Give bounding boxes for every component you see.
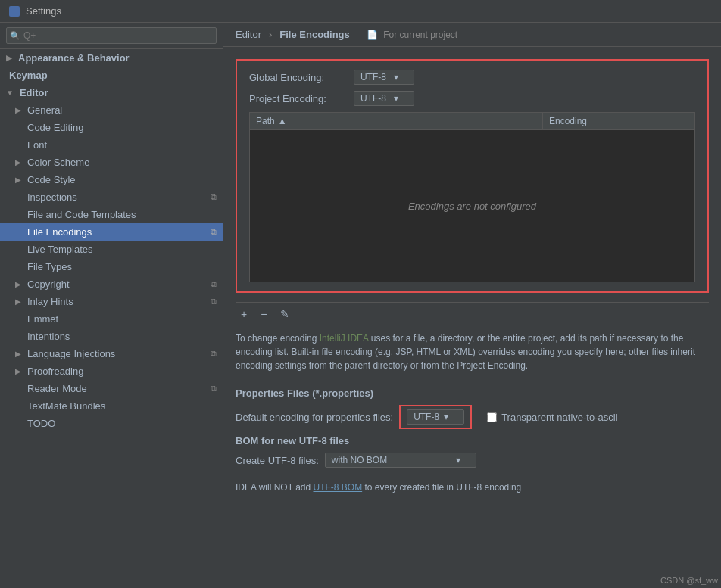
table-header: Path ▲ Encoding (250, 113, 694, 130)
sidebar-item-intentions[interactable]: Intentions (0, 328, 223, 345)
sidebar-item-code-style[interactable]: ▶ Code Style (0, 171, 223, 188)
sidebar-item-copyright[interactable]: ▶ Copyright ⧉ (0, 275, 223, 293)
breadcrumb-current: File Encodings (279, 29, 349, 40)
sidebar-item-live-templates[interactable]: Live Templates (0, 241, 223, 258)
sort-asc-icon: ▲ (278, 116, 287, 126)
sidebar-item-proofreading[interactable]: ▶ Proofreading (0, 362, 223, 380)
global-encoding-dropdown-wrapper: UTF-8 ▾ (354, 70, 414, 85)
sidebar-item-editor[interactable]: ▼ Editor (0, 84, 223, 101)
project-encoding-label: Project Encoding: (249, 93, 348, 104)
global-encoding-dropdown[interactable]: UTF-8 ▾ (354, 70, 414, 85)
chevron-down-icon: ▼ (6, 89, 14, 97)
sidebar-item-emmet[interactable]: Emmet (0, 310, 223, 328)
properties-section: Properties Files (*.properties) Default … (236, 387, 709, 429)
utf8-bom-link[interactable]: UTF-8 BOM (313, 482, 362, 493)
dropdown-arrow-icon: ▾ (394, 72, 398, 82)
sidebar-item-color-scheme[interactable]: ▶ Color Scheme (0, 154, 223, 171)
sidebar-item-label: File Types (27, 261, 217, 272)
default-encoding-label: Default encoding for properties files: (236, 412, 393, 423)
col-encoding-header: Encoding (543, 113, 694, 129)
default-encoding-row: Default encoding for properties files: U… (236, 405, 709, 429)
panel-header: Editor › File Encodings 📄 For current pr… (223, 23, 721, 47)
sidebar-item-label: Keymap (9, 70, 217, 81)
edit-button[interactable]: ✎ (275, 306, 295, 322)
sidebar-item-language-injections[interactable]: ▶ Language Injections ⧉ (0, 345, 223, 362)
sidebar-item-todo[interactable]: TODO (0, 415, 223, 432)
title-bar: Settings (0, 0, 721, 23)
chevron-right-icon: ▶ (15, 176, 21, 184)
sidebar-item-file-encodings[interactable]: File Encodings ⧉ (0, 223, 223, 241)
sidebar-item-label: Font (27, 139, 217, 151)
sidebar-item-label: Language Injections (27, 348, 115, 359)
project-encoding-row: Project Encoding: UTF-8 ▾ (249, 91, 695, 106)
sidebar-item-file-types[interactable]: File Types (0, 258, 223, 275)
encodings-table-wrapper: Path ▲ Encoding Encodings are not config… (249, 112, 695, 282)
info-text: To change encoding IntelliJ IDEA uses fo… (236, 325, 709, 378)
copy-icon: ⧉ (211, 227, 217, 237)
encoding-section: Global Encoding: UTF-8 ▾ Project Encodin… (236, 59, 709, 293)
intellij-highlight: IntelliJ IDEA (320, 333, 369, 344)
sidebar-item-label: File and Code Templates (27, 209, 217, 220)
panel-body: Global Encoding: UTF-8 ▾ Project Encodin… (223, 47, 721, 588)
sidebar-item-label: Reader Mode (27, 383, 211, 394)
properties-encoding-dropdown[interactable]: UTF-8 ▾ (407, 409, 464, 425)
create-utf8-row: Create UTF-8 files: with NO BOM ▾ (236, 453, 709, 468)
sidebar-item-label: Copyright (27, 278, 70, 290)
sidebar-item-label: Color Scheme (27, 157, 89, 168)
copy-icon: ⧉ (211, 192, 217, 202)
window-title: Settings (26, 5, 61, 17)
properties-title: Properties Files (*.properties) (236, 387, 709, 399)
sidebar-item-label: Live Templates (27, 244, 217, 255)
project-encoding-dropdown[interactable]: UTF-8 ▾ (354, 91, 414, 106)
transparent-label: Transparent native-to-ascii (501, 412, 617, 423)
sidebar-item-appearance[interactable]: ▶ Appearance & Behavior (0, 49, 223, 67)
add-button[interactable]: + (236, 306, 252, 322)
sidebar-item-label: Code Style (27, 174, 76, 185)
sidebar-item-label: Appearance & Behavior (18, 52, 130, 64)
sidebar-item-general[interactable]: ▶ General (0, 101, 223, 119)
document-icon: 📄 (367, 30, 378, 40)
remove-button[interactable]: − (255, 306, 272, 322)
sidebar-item-label: Intentions (27, 331, 217, 342)
copy-icon: ⧉ (211, 384, 217, 394)
watermark: CSDN @sf_ww (660, 576, 718, 585)
search-wrapper: 🔍 (6, 27, 217, 44)
sidebar-item-inlay-hints[interactable]: ▶ Inlay Hints ⧉ (0, 293, 223, 310)
copy-icon: ⧉ (211, 279, 217, 289)
chevron-right-icon: ▶ (15, 106, 21, 114)
chevron-right-icon: ▶ (15, 297, 21, 306)
sidebar-item-code-editing[interactable]: Code Editing (0, 119, 223, 136)
dropdown-arrow-icon: ▾ (444, 412, 448, 422)
table-empty-message: Encodings are not configured (408, 201, 536, 212)
chevron-right-icon: ▶ (6, 54, 12, 62)
main-content: 🔍 ▶ Appearance & Behavior Keymap ▼ Edito… (0, 23, 721, 588)
sidebar-item-label: Code Editing (27, 122, 217, 133)
toolbar: + − ✎ (236, 302, 709, 325)
sidebar-item-file-code-templates[interactable]: File and Code Templates (0, 206, 223, 223)
breadcrumb-parent: Editor (236, 29, 261, 40)
copy-icon: ⧉ (211, 297, 217, 306)
sidebar-item-label: Inlay Hints (27, 296, 73, 307)
settings-window: Settings 🔍 ▶ Appearance & Behavior Keyma… (0, 0, 721, 588)
bottom-info-text: IDEA will NOT add UTF-8 BOM to every cre… (236, 474, 709, 494)
sidebar-item-textmate[interactable]: TextMate Bundles (0, 397, 223, 415)
sidebar-item-reader-mode[interactable]: Reader Mode ⧉ (0, 380, 223, 397)
sidebar-item-label: TextMate Bundles (27, 400, 217, 412)
col-path-header[interactable]: Path ▲ (250, 113, 543, 129)
create-bom-dropdown[interactable]: with NO BOM ▾ (325, 453, 476, 468)
dropdown-arrow-icon: ▾ (456, 455, 460, 465)
sidebar-item-label: Emmet (27, 313, 217, 325)
transparent-checkbox[interactable] (487, 412, 497, 422)
project-encoding-dropdown-wrapper: UTF-8 ▾ (354, 91, 414, 106)
chevron-right-icon: ▶ (15, 367, 21, 375)
search-input[interactable] (6, 27, 217, 44)
sidebar-item-font[interactable]: Font (0, 136, 223, 154)
sidebar-item-label: File Encodings (27, 226, 211, 238)
search-bar: 🔍 (0, 23, 223, 49)
bom-title: BOM for new UTF-8 files (236, 435, 709, 446)
search-icon: 🔍 (10, 31, 20, 41)
sidebar-item-label: Proofreading (27, 366, 83, 377)
sidebar-item-inspections[interactable]: Inspections ⧉ (0, 188, 223, 206)
sidebar-item-label: TODO (27, 418, 217, 429)
sidebar-item-keymap[interactable]: Keymap (0, 67, 223, 84)
